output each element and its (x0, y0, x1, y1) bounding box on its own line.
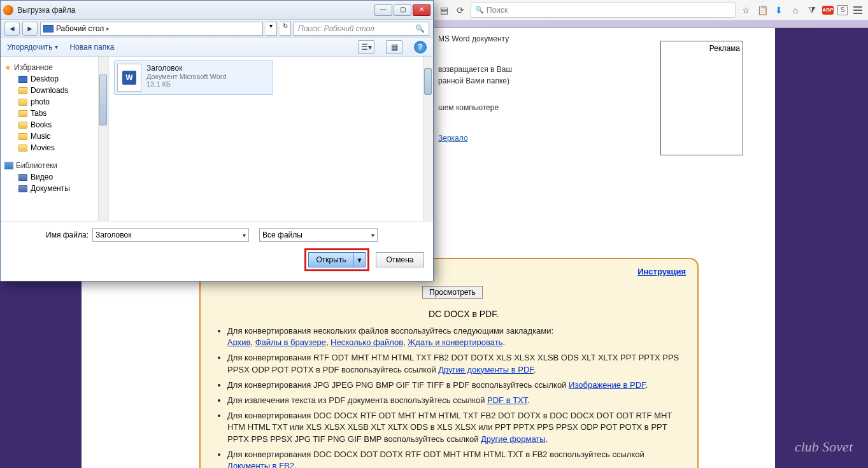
info-line: ранной Вами папке) (438, 75, 699, 87)
dialog-footer: Имя файла: Заголовок▾ Все файлы▾ Открыть… (1, 221, 433, 278)
bullet-list: Для конвертирования нескольких файлов во… (212, 325, 686, 468)
info-line: шем компьютере (438, 102, 699, 113)
reader-icon[interactable]: ▤ (438, 4, 450, 17)
list-item: Для извлечения текста из PDF документа в… (227, 395, 686, 406)
list-item: Для конвертирования нескольких файлов во… (227, 325, 686, 348)
sidebar-item[interactable]: Movies (1, 142, 108, 153)
sidebar-item[interactable]: Downloads (1, 85, 108, 96)
content-link[interactable]: Архив (227, 337, 250, 347)
content-link[interactable]: Другие форматы (481, 434, 546, 444)
back-button[interactable]: ◄ (4, 22, 20, 36)
mirror-link[interactable]: Зеркало (438, 134, 468, 143)
dialog-nav: ◄ ► Рабочий стол ▸ ▾ ↻ Поиск: Рабочий ст… (1, 20, 433, 38)
file-type: Документ Microsoft Word (146, 73, 227, 80)
file-list: W Заголовок Документ Microsoft Word 13,1… (109, 57, 433, 221)
content-link[interactable]: Документы в FB2 (227, 461, 294, 468)
dialog-title: Выгрузка файла (17, 6, 374, 15)
refresh-button[interactable]: ↻ (280, 22, 291, 36)
search-input[interactable]: Поиск (471, 3, 736, 18)
info-line: возвращается в Ваш (438, 64, 699, 75)
adblock-icon[interactable]: ABP (822, 6, 834, 15)
minimize-button[interactable]: — (374, 4, 392, 16)
organize-menu[interactable]: Упорядочить (7, 43, 58, 52)
file-size: 13,1 КБ (146, 80, 227, 88)
list-item: Для конвертирования JPG JPEG PNG BMP GIF… (227, 379, 686, 391)
sidebar-item[interactable]: Документы (1, 183, 108, 194)
file-name: Заголовок (146, 64, 227, 73)
view-icon[interactable]: ☰▾ (358, 40, 374, 54)
folder-icon (18, 122, 27, 129)
sidebar-item[interactable]: Desktop (1, 73, 108, 85)
folder-icon (18, 87, 27, 94)
ad-box: Реклама (660, 41, 743, 155)
folder-icon (18, 99, 27, 106)
menu-icon[interactable] (851, 4, 864, 17)
content-link[interactable]: Ждать и конвертировать (408, 337, 502, 347)
dialog-titlebar: Выгрузка файла — ▢ ✕ (1, 1, 433, 20)
sidebar-item[interactable]: Books (1, 119, 108, 131)
cancel-button[interactable]: Отмена (376, 252, 424, 267)
browse-button[interactable]: Просмотреть (422, 286, 483, 299)
sidebar-scrollbar[interactable] (98, 57, 108, 221)
pocket-icon[interactable]: ⧩ (806, 4, 818, 17)
s-icon[interactable]: S (837, 5, 848, 15)
forward-button[interactable]: ► (22, 22, 38, 36)
sidebar-item[interactable]: Tabs (1, 108, 108, 119)
folder-icon (18, 110, 27, 117)
desktop-icon (18, 76, 27, 83)
filetype-select[interactable]: Все файлы▾ (259, 228, 378, 242)
breadcrumb[interactable]: Рабочий стол ▸ (40, 22, 263, 36)
chevron-right-icon: ▸ (106, 25, 110, 32)
content-link[interactable]: Изображение в PDF (569, 380, 646, 390)
dialog-sidebar: ★Избранное DesktopDownloadsphotoTabsBook… (1, 57, 109, 221)
star-icon[interactable]: ☆ (739, 4, 752, 17)
open-highlight: Открыть ▼ (304, 248, 369, 271)
favorites-head[interactable]: ★Избранное (1, 62, 108, 73)
libraries-head[interactable]: Библиотеки (1, 160, 108, 171)
content-link[interactable]: PDF в TXT (487, 395, 527, 405)
file-scrollbar[interactable] (423, 57, 433, 221)
help-icon[interactable]: ? (414, 41, 427, 53)
folder-icon (18, 133, 27, 140)
close-button[interactable]: ✕ (413, 4, 430, 16)
list-item: Для конвертирования RTF ODT MHT HTM HTML… (227, 352, 686, 375)
home-icon[interactable]: ⌂ (789, 4, 802, 17)
sidebar-item[interactable]: Видео (1, 171, 108, 183)
folder-icon (18, 145, 27, 152)
filename-label: Имя файла: (10, 230, 89, 239)
content-link[interactable]: Другие документы в PDF (438, 365, 534, 374)
instruction-link[interactable]: Инструкция (637, 267, 686, 276)
maximize-button[interactable]: ▢ (394, 4, 411, 16)
open-split[interactable]: ▼ (353, 253, 365, 267)
yellow-panel: Инструкция Просмотреть DC DOCX в PDF. Дл… (199, 258, 699, 468)
new-folder-button[interactable]: Новая папка (69, 43, 114, 52)
crumb-text: Рабочий стол (56, 24, 104, 33)
reload-icon[interactable]: ⟳ (454, 4, 467, 17)
word-icon: W (117, 64, 141, 92)
browser-toolbar: ▤ ⟳ Поиск ☆ 📋 ⬇ ⌂ ⧩ ABP S (434, 0, 868, 20)
file-item[interactable]: W Заголовок Документ Microsoft Word 13,1… (114, 60, 273, 95)
crumb-dropdown[interactable]: ▾ (266, 22, 277, 36)
download-icon[interactable]: ⬇ (772, 4, 785, 17)
list-item: Для конвертирования DOC DOCX RTF ODT MHT… (227, 410, 686, 445)
content-link[interactable]: Несколько файлов (331, 337, 403, 347)
file-dialog: Выгрузка файла — ▢ ✕ ◄ ► Рабочий стол ▸ … (0, 0, 434, 281)
info-line: MS Word документу (438, 33, 699, 45)
library-icon (18, 174, 27, 181)
clipboard-icon[interactable]: 📋 (756, 4, 769, 17)
dialog-toolbar: Упорядочить Новая папка ☰▾ ▦ ? (1, 38, 433, 57)
filename-input[interactable]: Заголовок▾ (92, 228, 249, 242)
sidebar-item[interactable]: photo (1, 96, 108, 108)
preview-icon[interactable]: ▦ (386, 40, 402, 54)
content-link[interactable]: Файлы в браузере (255, 337, 326, 347)
open-button[interactable]: Открыть ▼ (308, 252, 366, 267)
library-icon (18, 185, 27, 192)
dialog-search[interactable]: Поиск: Рабочий стол🔍 (294, 22, 429, 36)
conversion-title: DC DOCX в PDF. (429, 309, 686, 319)
desktop-icon (43, 25, 53, 32)
list-item: Для конвертирования DOC DOCX DOT DOTX RT… (227, 449, 686, 468)
sidebar-item[interactable]: Music (1, 131, 108, 142)
firefox-icon (3, 5, 13, 15)
